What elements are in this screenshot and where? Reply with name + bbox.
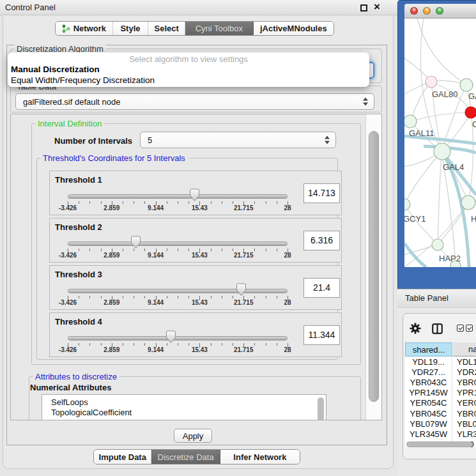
slider-tick bbox=[233, 296, 233, 298]
attribute-item[interactable]: TopologicalCoefficient bbox=[51, 408, 132, 417]
slider-track[interactable] bbox=[68, 289, 288, 293]
table-row-cell[interactable]: YER0 bbox=[453, 398, 476, 408]
table-row-cell[interactable]: YPR145W bbox=[405, 388, 452, 398]
slider-tick bbox=[266, 249, 266, 251]
gear-icon[interactable] bbox=[410, 323, 421, 334]
slider-tick bbox=[254, 296, 255, 298]
slider-tick bbox=[178, 296, 178, 298]
slider-tick bbox=[277, 201, 277, 204]
settings-scrollbar-track[interactable] bbox=[365, 114, 381, 420]
slider-tick bbox=[79, 343, 79, 346]
network-node-green[interactable] bbox=[460, 79, 473, 91]
close-panel-icon[interactable]: × bbox=[374, 1, 380, 13]
table-row-cell[interactable]: YLR345W bbox=[405, 429, 452, 440]
network-node-green[interactable] bbox=[434, 143, 450, 160]
threshold-value-field[interactable]: 21.4 bbox=[303, 278, 340, 298]
tab-cyni-toolbox[interactable]: Cyni Toolbox bbox=[185, 22, 254, 35]
slider-thumb[interactable] bbox=[165, 330, 176, 344]
slider-tick bbox=[167, 249, 167, 251]
slider-track[interactable] bbox=[68, 194, 288, 199]
slider-tick bbox=[233, 201, 233, 204]
column-header-name[interactable]: na bbox=[453, 342, 476, 357]
table-row-cell[interactable]: YDR2 bbox=[453, 367, 476, 378]
dropdown-option-manual[interactable]: Manual Discretization bbox=[11, 65, 100, 74]
interval-definition-title: Interval Definition bbox=[35, 119, 104, 128]
tab-style[interactable]: Style bbox=[113, 22, 149, 35]
top-tab-bar: NetworkStyleSelectCyni ToolboxjActiveMNo… bbox=[55, 21, 334, 36]
table-row-cell[interactable]: YBR045C bbox=[405, 409, 452, 419]
table-row-cell[interactable]: YBL079W bbox=[405, 419, 452, 429]
tab-network[interactable]: Network bbox=[56, 22, 113, 35]
node-table[interactable]: shared...naYDL19...YDL1YDR27...YDR2YBR04… bbox=[405, 342, 476, 447]
slider-tick bbox=[211, 201, 211, 204]
float-window-icon[interactable] bbox=[360, 4, 367, 12]
threshold-value-field[interactable]: 11.344 bbox=[303, 325, 340, 345]
settings-scrollbar-thumb[interactable] bbox=[369, 131, 379, 402]
slider-tick bbox=[222, 201, 222, 204]
control-panel-titlebar bbox=[0, 0, 397, 15]
slider-track[interactable] bbox=[68, 242, 288, 246]
table-row-cell[interactable]: YBR0 bbox=[453, 409, 476, 419]
mac-close-icon[interactable] bbox=[410, 7, 418, 15]
tab-infer-network[interactable]: Infer Network bbox=[220, 450, 300, 464]
tab-impute-data[interactable]: Impute Data bbox=[94, 450, 151, 464]
table-data-combobox[interactable]: galFiltered.sif default node bbox=[15, 93, 374, 110]
slider-tick bbox=[254, 343, 255, 346]
split-view-icon[interactable] bbox=[432, 323, 443, 334]
numerical-attributes-list: SelfLoopsTopologicalCoefficientBetweenne… bbox=[42, 394, 326, 420]
table-panel-title: Table Panel bbox=[405, 293, 449, 303]
network-thick-edge bbox=[404, 243, 426, 267]
table-row-cell[interactable]: YBR043C bbox=[405, 378, 452, 388]
combo-stepper-icon bbox=[325, 136, 330, 144]
network-edge bbox=[404, 204, 438, 245]
list-scrollbar-thumb[interactable] bbox=[318, 397, 324, 420]
table-hscrollbar-thumb[interactable] bbox=[406, 441, 473, 447]
algorithm-dropdown-popup: Select algorithm to view settings Manual… bbox=[8, 52, 369, 87]
slider-thumb[interactable] bbox=[189, 188, 200, 202]
threshold-label: Threshold 3 bbox=[55, 270, 102, 279]
tab-label: Select bbox=[155, 24, 179, 33]
mac-zoom-icon[interactable] bbox=[436, 7, 443, 15]
slider-tick bbox=[144, 249, 145, 251]
network-node-green[interactable] bbox=[432, 239, 443, 250]
select-columns-icon[interactable] bbox=[457, 325, 464, 332]
table-row-cell[interactable]: YDL1 bbox=[453, 357, 476, 367]
table-row-cell[interactable]: YBL0 bbox=[453, 419, 476, 429]
network-graph-canvas[interactable]: GAL80GACGAL11GAL4GCY1HHAP2 bbox=[404, 19, 476, 267]
tab-discretize-data[interactable]: Discretize Data bbox=[151, 450, 220, 464]
attribute-item[interactable]: BetweennessCentrality bbox=[51, 418, 136, 420]
table-row-cell[interactable]: YDL19... bbox=[405, 357, 452, 367]
threshold-value-field[interactable]: 6.316 bbox=[303, 231, 340, 250]
apply-button[interactable]: Apply bbox=[174, 429, 212, 443]
dropdown-option-equal-width[interactable]: Equal Width/Frequency Discretization bbox=[11, 75, 155, 85]
network-node-red[interactable] bbox=[465, 107, 476, 118]
column-header-shared-name[interactable]: shared... bbox=[405, 342, 452, 357]
mac-minimize-icon[interactable] bbox=[423, 7, 431, 15]
slider-tick bbox=[134, 343, 134, 346]
slider-tick-label: -3.426 bbox=[59, 299, 77, 306]
slider-tick-label: 21.715 bbox=[234, 346, 254, 353]
slider-tick bbox=[144, 343, 145, 346]
table-row-cell[interactable]: YDR27... bbox=[405, 367, 452, 378]
slider-tick bbox=[178, 343, 178, 346]
attribute-item[interactable]: SelfLoops bbox=[51, 397, 88, 407]
network-node-green[interactable] bbox=[404, 115, 417, 128]
select-columns-icon[interactable] bbox=[466, 325, 473, 332]
tab-select[interactable]: Select bbox=[148, 22, 185, 35]
table-row-cell[interactable]: YBR0 bbox=[453, 378, 476, 388]
slider-tick bbox=[233, 343, 233, 346]
attributes-group-title: Attributes to discretize bbox=[33, 372, 119, 381]
dropdown-prompt: Select algorithm to view settings bbox=[8, 54, 369, 64]
table-row-cell[interactable]: YER054C bbox=[405, 398, 452, 408]
slider-thumb[interactable] bbox=[130, 236, 141, 249]
network-node-green[interactable] bbox=[404, 199, 410, 210]
table-row-cell[interactable]: YLR3 bbox=[453, 429, 476, 440]
tab-jactivemnodules[interactable]: jActiveMNodules bbox=[254, 22, 334, 35]
table-row-cell[interactable]: YPR1 bbox=[453, 388, 476, 398]
slider-thumb[interactable] bbox=[236, 283, 247, 296]
threshold-value-field[interactable]: 14.713 bbox=[303, 183, 340, 203]
network-node-green[interactable] bbox=[461, 196, 475, 210]
number-of-intervals-combobox[interactable]: 5 bbox=[140, 132, 336, 148]
slider-track[interactable] bbox=[68, 336, 288, 341]
network-node-pink[interactable] bbox=[426, 76, 437, 88]
